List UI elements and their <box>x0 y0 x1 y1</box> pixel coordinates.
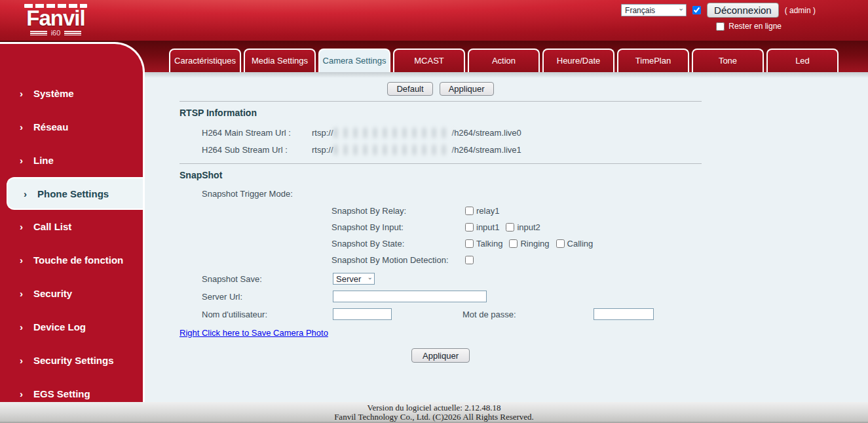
chevron-right-icon: › <box>20 89 23 98</box>
motion-option <box>465 256 474 264</box>
keep-online-label: Rester en ligne <box>728 22 782 31</box>
url-prefix: rtsp:// <box>312 128 333 138</box>
chevron-right-icon: › <box>20 122 23 132</box>
chevron-right-icon: › <box>20 155 23 165</box>
apply-button-top[interactable]: Appliquer <box>440 82 494 96</box>
sidebar-item-label: Système <box>33 88 74 99</box>
chevron-right-icon: › <box>20 289 23 298</box>
calling-option: Calling <box>556 239 594 249</box>
sidebar-item-touche-de-fonction[interactable]: › Touche de fonction <box>0 243 143 277</box>
h264-sub-stream-label: H264 Sub Stream Url : <box>202 145 312 155</box>
h264-main-stream-url: rtsp:///h264/stream.live0 <box>312 128 521 138</box>
sidebar-item-reseau[interactable]: › Réseau <box>0 110 143 144</box>
chevron-right-icon: › <box>20 222 23 232</box>
snapshot-save-label: Snapshot Save: <box>202 274 333 284</box>
default-button[interactable]: Default <box>387 82 432 96</box>
brand-model: i60 <box>51 29 61 37</box>
relay1-option: relay1 <box>465 206 499 216</box>
sidebar-item-label: Call List <box>33 221 71 232</box>
footer: Version du logiciel actuelle: 2.12.48.18… <box>0 402 868 423</box>
calling-checkbox[interactable] <box>556 239 565 248</box>
motion-detection-checkbox[interactable] <box>465 256 474 264</box>
snapshot-save-row: Snapshot Save: Server ⌄ <box>179 273 702 285</box>
server-url-row: Server Url: <box>179 291 702 302</box>
tab-action[interactable]: Action <box>468 49 540 72</box>
chevron-right-icon: › <box>20 255 23 265</box>
tab-led[interactable]: Led <box>766 49 839 72</box>
snapshot-trigger-mode-label: Snapshot Trigger Mode: <box>179 189 702 199</box>
url-suffix: /h264/stream.live1 <box>452 145 521 155</box>
logo-lines-left <box>30 31 47 35</box>
fanvil-logo: Fanvil i60 <box>23 4 88 37</box>
talking-option: Talking <box>465 239 502 249</box>
input1-label: input1 <box>476 222 499 232</box>
sidebar: › Système › Réseau › Line › Phone Settin… <box>0 42 145 402</box>
rtsp-section-title: RTSP Information <box>179 108 702 118</box>
sidebar-item-line[interactable]: › Line <box>0 144 143 177</box>
input2-checkbox[interactable] <box>506 223 514 232</box>
input1-option: input1 <box>465 222 499 232</box>
header: Fanvil i60 Français ⌄ Déconnexion ( admi… <box>0 0 868 41</box>
tab-timeplan[interactable]: TimePlan <box>617 49 689 72</box>
tab-media-settings[interactable]: Media Settings <box>244 49 316 72</box>
snapshot-section-title: SnapShot <box>179 170 702 180</box>
ringing-option: Ringing <box>509 239 549 249</box>
snapshot-save-select[interactable]: Server <box>333 273 375 285</box>
h264-sub-stream-url: rtsp:///h264/stream.live1 <box>312 145 521 155</box>
logo-model-row: i60 <box>23 29 88 37</box>
tab-tone[interactable]: Tone <box>692 49 764 72</box>
sidebar-item-label: Phone Settings <box>37 188 109 199</box>
logout-button[interactable]: Déconnexion <box>707 3 779 18</box>
talking-checkbox[interactable] <box>465 239 474 248</box>
h264-main-stream-row: H264 Main Stream Url : rtsp:///h264/stre… <box>179 128 702 138</box>
snapshot-by-motion-row: Snapshot By Motion Detection: <box>179 255 702 265</box>
apply-button-row: Appliquer <box>179 348 702 363</box>
tab-mcast[interactable]: MCAST <box>393 49 465 72</box>
apply-button-bottom[interactable]: Appliquer <box>411 348 470 363</box>
chevron-right-icon: › <box>24 189 27 199</box>
server-url-input[interactable] <box>333 291 487 302</box>
sidebar-item-device-log[interactable]: › Device Log <box>0 310 143 344</box>
sidebar-item-label: Security <box>33 288 72 299</box>
redacted-url-segment <box>333 145 452 155</box>
logo-lines-right <box>64 31 81 35</box>
tab-caracteristiques[interactable]: Caractéristiques <box>169 49 241 72</box>
sidebar-item-phone-settings[interactable]: › Phone Settings <box>7 177 143 210</box>
snapshot-by-motion-label: Snapshot By Motion Detection: <box>331 255 465 265</box>
sidebar-item-systeme[interactable]: › Système <box>0 77 143 110</box>
keep-online-checkbox[interactable] <box>716 22 725 31</box>
snapshot-by-state-label: Snapshot By State: <box>331 239 465 249</box>
camera-settings-form: Default Appliquer RTSP Information H264 … <box>179 78 702 363</box>
input2-label: input2 <box>517 222 540 232</box>
password-label: Mot de passe: <box>462 310 594 319</box>
sidebar-item-security[interactable]: › Security <box>0 277 143 310</box>
input1-checkbox[interactable] <box>465 223 474 232</box>
h264-sub-stream-row: H264 Sub Stream Url : rtsp:///h264/strea… <box>179 145 702 155</box>
h264-main-stream-label: H264 Main Stream Url : <box>202 128 312 138</box>
language-select-wrap: Français ⌄ <box>621 4 687 17</box>
tab-heure-date[interactable]: Heure/Date <box>542 49 614 72</box>
ringing-checkbox[interactable] <box>509 239 518 248</box>
ringing-label: Ringing <box>520 239 549 249</box>
snapshot-by-input-row: Snapshot By Input: input1 input2 <box>179 222 702 232</box>
username-input[interactable] <box>333 308 392 320</box>
snapshot-by-relay-label: Snapshot By Relay: <box>331 206 465 216</box>
divider <box>179 101 702 102</box>
footer-version: Version du logiciel actuelle: 2.12.48.18 <box>0 403 868 413</box>
sidebar-item-label: Device Log <box>33 321 86 332</box>
logout-confirm-checkbox[interactable] <box>692 6 701 14</box>
snapshot-by-state-row: Snapshot By State: Talking Ringing Calli… <box>179 239 702 249</box>
sidebar-item-security-settings[interactable]: › Security Settings <box>0 344 143 377</box>
header-controls: Français ⌄ Déconnexion ( admin ) <box>621 3 816 18</box>
page: Fanvil i60 Français ⌄ Déconnexion ( admi… <box>0 0 868 423</box>
input2-option: input2 <box>506 222 540 232</box>
password-input[interactable] <box>594 308 654 320</box>
language-select[interactable]: Français <box>621 4 687 16</box>
footer-copyright: Fanvil Technology Co., Ltd. (C)2026 All … <box>0 413 868 422</box>
sidebar-item-call-list[interactable]: › Call List <box>0 210 143 243</box>
tab-camera-settings[interactable]: Camera Settings <box>318 49 390 72</box>
server-url-label: Server Url: <box>202 292 333 302</box>
chevron-right-icon: › <box>20 322 23 332</box>
relay1-checkbox[interactable] <box>465 207 474 215</box>
save-camera-photo-link[interactable]: Right Click here to Save Camera Photo <box>179 328 328 338</box>
